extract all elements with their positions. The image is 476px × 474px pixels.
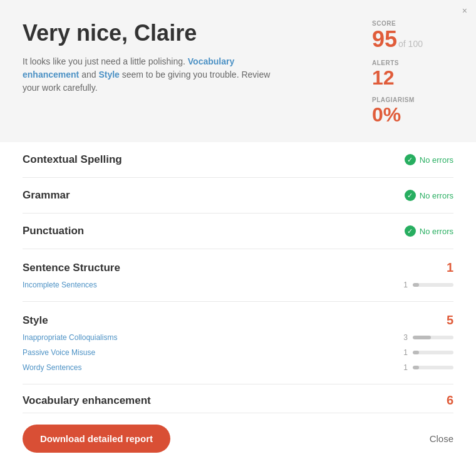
sub-count-wordy-sentences: 1 [399, 363, 408, 372]
category-name-grammar: Grammar [23, 189, 70, 202]
alerts-label: ALERTS [372, 59, 453, 66]
category-name-vocab: Vocabulary enhancement [23, 394, 151, 407]
category-name-style: Style [23, 314, 48, 327]
download-report-button[interactable]: Download detailed report [23, 425, 170, 453]
plagiarism-block: PLAGIARISM 0% [372, 96, 453, 125]
no-errors-badge-grammar: ✓ No errors [405, 190, 453, 201]
sub-items-sentence-structure: Incomplete Sentences 1 [23, 277, 453, 301]
sub-name-incomplete-sentences: Incomplete Sentences [23, 281, 97, 289]
score-block: SCORE 95of 100 [372, 20, 453, 51]
sub-count-passive-voice: 1 [399, 348, 408, 357]
footer-section: Download detailed report Close [0, 413, 476, 468]
check-circle-icon: ✓ [405, 154, 416, 165]
category-sentence-structure: Sentence Structure 1 [23, 249, 453, 277]
sub-right-inappropriate-colloquialisms: 3 [378, 333, 453, 342]
sub-right-incomplete-sentences: 1 [378, 281, 453, 289]
no-errors-label: No errors [420, 227, 453, 236]
close-button[interactable]: Close [430, 433, 453, 444]
bar-fill-inappropriate-colloquialisms [413, 336, 431, 339]
header-right: SCORE 95of 100 ALERTS 12 PLAGIARISM 0% [372, 20, 453, 125]
sub-items-style: Inappropriate Colloquialisms 3 Passive V… [23, 330, 453, 384]
bar-wordy-sentences [413, 366, 453, 369]
sub-right-wordy-sentences: 1 [378, 363, 453, 372]
bar-passive-voice [413, 351, 453, 354]
category-right-vocab: 6 [378, 393, 453, 408]
sub-row-inappropriate-colloquialisms: Inappropriate Colloquialisms 3 [23, 330, 453, 345]
sub-name-passive-voice: Passive Voice Misuse [23, 348, 95, 357]
error-count-vocab: 6 [441, 393, 453, 408]
score-of: of 100 [398, 39, 423, 49]
bar-fill-incomplete-sentences [413, 283, 419, 287]
category-sentence-structure-group: Sentence Structure 1 Incomplete Sentence… [23, 249, 453, 302]
category-right-grammar: ✓ No errors [378, 190, 453, 201]
bar-fill-wordy-sentences [413, 366, 419, 369]
error-count-sentence-structure: 1 [441, 260, 453, 275]
bar-incomplete-sentences [413, 283, 453, 287]
sub-row-incomplete-sentences: Incomplete Sentences 1 [23, 277, 453, 292]
description: It looks like you just need a little pol… [23, 55, 273, 95]
no-errors-label: No errors [420, 155, 453, 165]
desc-mid: and [79, 70, 98, 80]
no-errors-badge-punctuation: ✓ No errors [405, 225, 453, 237]
category-right-punctuation: ✓ No errors [378, 225, 453, 237]
sub-right-passive-voice: 1 [378, 348, 453, 357]
score-value: 95of 100 [372, 28, 453, 51]
category-punctuation: Punctuation ✓ No errors [23, 214, 453, 249]
sub-row-passive-voice: Passive Voice Misuse 1 [23, 345, 453, 360]
sub-name-wordy-sentences: Wordy Sentences [23, 363, 82, 372]
no-errors-badge-contextual-spelling: ✓ No errors [405, 154, 453, 165]
plagiarism-value: 0% [372, 105, 453, 125]
check-circle-icon: ✓ [405, 225, 416, 237]
category-name-sentence-structure: Sentence Structure [23, 262, 120, 274]
score-number: 95 [372, 26, 397, 52]
close-x-button[interactable]: × [462, 6, 467, 15]
sub-row-wordy-sentences: Wordy Sentences 1 [23, 360, 453, 375]
sub-name-inappropriate-colloquialisms: Inappropriate Colloquialisms [23, 333, 117, 342]
category-right-contextual-spelling: ✓ No errors [378, 154, 453, 165]
category-grammar: Grammar ✓ No errors [23, 178, 453, 214]
main-title: Very nice, Claire [23, 20, 372, 46]
category-right-sentence-structure: 1 [378, 260, 453, 275]
desc-normal: It looks like you just need a little pol… [23, 56, 188, 66]
category-name-punctuation: Punctuation [23, 225, 84, 237]
style-link[interactable]: Style [98, 70, 119, 80]
sub-count-incomplete-sentences: 1 [399, 281, 408, 289]
category-vocab-group: Vocabulary enhancement 6 [23, 384, 453, 413]
category-name-contextual-spelling: Contextual Spelling [23, 153, 122, 166]
sub-count-inappropriate-colloquialisms: 3 [399, 333, 408, 342]
category-style: Style 5 [23, 302, 453, 330]
alerts-value: 12 [372, 68, 453, 88]
alerts-block: ALERTS 12 [372, 59, 453, 88]
modal: × Very nice, Claire It looks like you ju… [0, 0, 476, 474]
no-errors-label: No errors [420, 191, 453, 200]
header-section: Very nice, Claire It looks like you just… [0, 0, 476, 142]
category-right-style: 5 [378, 313, 453, 327]
category-contextual-spelling: Contextual Spelling ✓ No errors [23, 142, 453, 178]
bar-fill-passive-voice [413, 351, 419, 354]
check-circle-icon: ✓ [405, 190, 416, 201]
category-style-group: Style 5 Inappropriate Colloquialisms 3 [23, 302, 453, 384]
header-left: Very nice, Claire It looks like you just… [23, 20, 372, 95]
bar-inappropriate-colloquialisms [413, 336, 453, 339]
vocab-header: Vocabulary enhancement 6 [23, 393, 453, 408]
content-section: Contextual Spelling ✓ No errors Grammar … [0, 142, 476, 413]
plagiarism-label: PLAGIARISM [372, 96, 453, 103]
error-count-style: 5 [441, 313, 453, 327]
